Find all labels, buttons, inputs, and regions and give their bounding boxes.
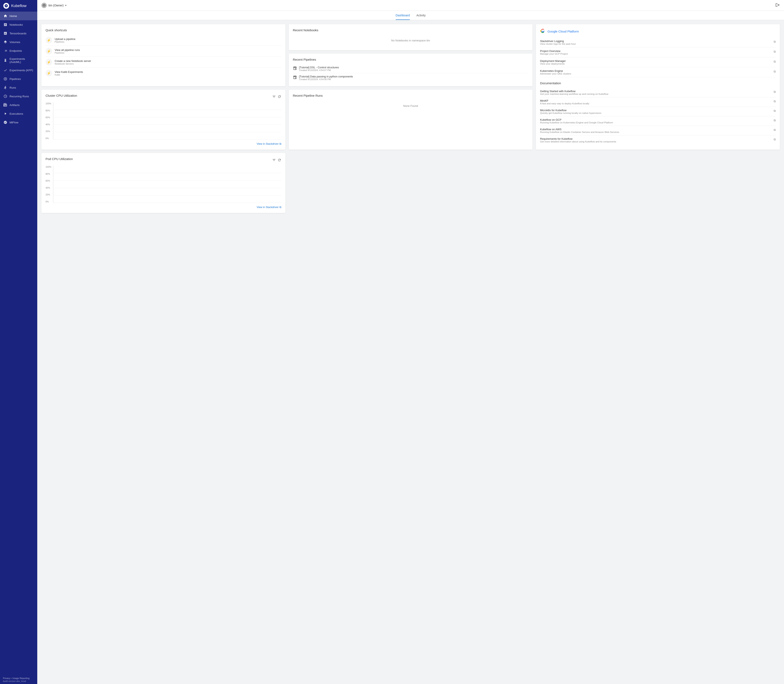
recent-pipelines-title: Recent Pipelines <box>293 58 529 61</box>
endpoints-icon <box>3 48 8 53</box>
external-link-icon-2: ⧉ <box>774 60 776 63</box>
notebook-icon <box>3 23 8 27</box>
sidebar-item-experiments-automl[interactable]: Experiments (AutoML) <box>0 55 37 66</box>
sidebar-label-tensorboards: Tensorboards <box>10 32 26 35</box>
doc-label-2: Microk8s for Kubeflow <box>540 109 601 112</box>
topbar-left: tim (Owner) ▾ <box>42 3 66 8</box>
gcp-logo <box>540 28 546 34</box>
sidebar-item-mlflow[interactable]: MlFlow <box>0 118 37 127</box>
sidebar-item-executions[interactable]: Executions <box>0 109 37 118</box>
pod-cpu-svg <box>53 166 281 203</box>
sidebar-item-endpoints[interactable]: Endpoints <box>0 46 37 55</box>
recent-pipeline-runs-empty: None Found <box>293 100 529 111</box>
gcp-link-0[interactable]: Stackdriver Logging View cluster logs fo… <box>540 37 776 47</box>
shortcut-view-katib[interactable]: ⚡ View Katib Experiments Katib <box>45 68 281 79</box>
doc-label-4: Kubeflow on AWS <box>540 128 619 131</box>
check-icon <box>3 68 8 72</box>
privacy-link[interactable]: Privacy <box>3 677 10 679</box>
refresh-icon-cluster[interactable] <box>277 95 281 99</box>
gcp-link-label-1: Project Overview <box>540 50 568 53</box>
user-dropdown-arrow[interactable]: ▾ <box>65 4 66 7</box>
pipeline-label-1: [Tutorial] Data passing in python compon… <box>299 75 353 78</box>
sidebar-item-runs[interactable]: Runs <box>0 83 37 92</box>
doc-link-4[interactable]: Kubeflow on AWS Running Kubeflow on Elas… <box>540 126 776 136</box>
shortcut-sub-3: Katib <box>55 74 83 76</box>
pipeline-icon <box>3 77 8 81</box>
recent-notebooks-card: Recent Notebooks No Notebooks in namespa… <box>289 24 533 50</box>
filter-icon-cluster[interactable] <box>272 95 276 99</box>
sidebar-label-recurring-runs: Recurring Runs <box>10 95 29 98</box>
clock-icon <box>3 94 8 98</box>
lightning-icon-3: ⚡ <box>45 59 52 65</box>
gcp-link-3[interactable]: Kubernetes Engine Administer your GKE cl… <box>540 67 776 77</box>
sidebar-item-volumes[interactable]: Volumes <box>0 38 37 46</box>
sidebar-item-experiments-kfp[interactable]: Experiments (KFP) <box>0 66 37 74</box>
dashboard-content: Quick shortcuts ⚡ Upload a pipeline Pipe… <box>37 20 784 684</box>
recent-notebooks-empty: No Notebooks in namespace tim <box>293 35 529 46</box>
shortcut-create-notebook[interactable]: ⚡ Create a new Notebook server Notebook … <box>45 57 281 68</box>
refresh-icon-pod[interactable] <box>277 158 281 163</box>
build-version: build version dev_local <box>3 680 34 682</box>
doc-ext-icon-1: ⧉ <box>774 100 776 103</box>
app-name: Kubeflow <box>11 4 26 8</box>
quick-shortcuts-card: Quick shortcuts ⚡ Upload a pipeline Pipe… <box>42 24 285 86</box>
main-area: tim (Owner) ▾ Dashboard Activity Quick s… <box>37 0 784 684</box>
external-link-icon-0: ⧉ <box>774 40 776 44</box>
chart-actions-pod <box>272 158 281 163</box>
sidebar-label-endpoints: Endpoints <box>10 49 22 52</box>
doc-ext-icon-4: ⧉ <box>774 128 776 132</box>
doc-sub-1: A fast and easy way to deploy Kubeflow l… <box>540 102 589 105</box>
sidebar-item-recurring-runs[interactable]: Recurring Runs <box>0 92 37 101</box>
sidebar-item-tensorboards[interactable]: Tensorboards <box>0 29 37 38</box>
lightning-icon: ⚡ <box>45 37 52 44</box>
pod-cpu-title: Pod CPU Utilization <box>45 157 73 161</box>
doc-link-5[interactable]: Requirements for Kubeflow Get more detai… <box>540 136 776 145</box>
usage-reporting-link[interactable]: Usage Reporting <box>13 677 30 679</box>
shortcut-view-pipeline-runs[interactable]: ⚡ View all pipeline runs Pipelines <box>45 46 281 57</box>
gcp-link-2[interactable]: Deployment Manager View your deployments… <box>540 57 776 67</box>
doc-label-5: Requirements for Kubeflow <box>540 137 616 140</box>
tab-activity[interactable]: Activity <box>417 11 425 20</box>
pod-stackdriver-link[interactable]: View in Stackdriver ⧉ <box>45 206 281 209</box>
pod-cpu-header: Pod CPU Utilization <box>45 157 281 163</box>
gcp-card: Google Cloud Platform Stackdriver Loggin… <box>536 24 780 150</box>
pipeline-item-1[interactable]: [Tutorial] Data passing in python compon… <box>293 73 529 82</box>
layers-icon <box>3 40 8 44</box>
shortcut-upload-pipeline[interactable]: ⚡ Upload a pipeline Pipelines <box>45 35 281 46</box>
sidebar-item-home[interactable]: Home <box>0 11 37 20</box>
sidebar-label-experiments-kfp: Experiments (KFP) <box>10 69 33 72</box>
sidebar-item-pipelines[interactable]: Pipelines <box>0 74 37 83</box>
logout-button[interactable] <box>775 3 780 8</box>
pod-cpu-card: Pod CPU Utilization 100% 80% 60% 40% 20 <box>42 153 285 213</box>
shortcut-sub-0: Pipelines <box>55 40 75 43</box>
sidebar-item-artifacts[interactable]: Artifacts <box>0 101 37 109</box>
sidebar-label-pipelines: Pipelines <box>10 77 21 81</box>
doc-sub-4: Running Kubeflow on Elastic Container Se… <box>540 131 619 133</box>
doc-ext-icon-5: ⧉ <box>774 138 776 141</box>
gcp-link-1[interactable]: Project Overview Manage your GCP Project… <box>540 47 776 57</box>
sidebar-item-notebooks[interactable]: Notebooks <box>0 20 37 29</box>
sidebar-label-runs: Runs <box>10 86 16 89</box>
tab-dashboard[interactable]: Dashboard <box>396 11 410 20</box>
pipeline-label-0: [Tutorial] DSL - Control structures <box>299 66 339 69</box>
cluster-stackdriver-link[interactable]: View in Stackdriver ⧉ <box>45 142 281 145</box>
cluster-cpu-card: Cluster CPU Utilization 100% 80% 60% 40% <box>42 90 285 150</box>
recent-pipeline-runs-card: Recent Pipeline Runs None Found <box>289 90 533 150</box>
artifact-icon <box>3 103 8 107</box>
svg-point-1 <box>6 5 7 6</box>
footer-separator: • <box>11 677 13 679</box>
filter-icon-pod[interactable] <box>272 158 276 163</box>
doc-link-0[interactable]: Getting Started with Kubeflow Get your m… <box>540 88 776 97</box>
run-icon <box>3 86 8 90</box>
doc-link-1[interactable]: MiniKF A fast and easy way to deploy Kub… <box>540 97 776 107</box>
doc-link-2[interactable]: Microk8s for Kubeflow Quickly get Kubefl… <box>540 107 776 116</box>
doc-ext-icon-3: ⧉ <box>774 119 776 122</box>
pipeline-item-0[interactable]: [Tutorial] DSL - Control structures Crea… <box>293 64 529 73</box>
doc-ext-icon-0: ⧉ <box>774 90 776 94</box>
external-link-icon-1: ⧉ <box>774 50 776 53</box>
pod-cpu-yaxis: 100% 80% 60% 40% 20% 0% <box>45 166 52 203</box>
doc-link-3[interactable]: Kubeflow on GCP Running Kubeflow on Kube… <box>540 116 776 126</box>
sidebar-label-home: Home <box>10 15 17 18</box>
gcp-link-sub-3: Administer your GKE clusters <box>540 73 571 75</box>
pipeline-sub-1: Created 9/13/2024, 4:54:06 PM <box>299 78 353 81</box>
